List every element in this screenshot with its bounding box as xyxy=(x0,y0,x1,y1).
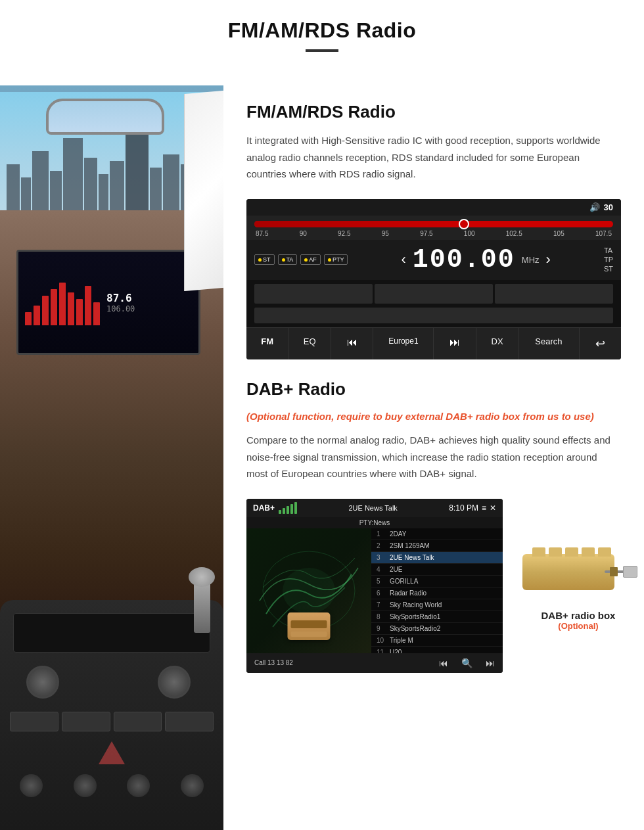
badge-pty[interactable]: PTY xyxy=(324,254,348,265)
screen-freq: 87.6 xyxy=(106,292,135,304)
channel-11[interactable]: 11U20 xyxy=(371,647,503,653)
dab-ui-screenshot: DAB+ 2UE News Talk 8:10 PM xyxy=(246,499,503,673)
badge-st[interactable]: ST xyxy=(254,254,275,265)
channel-8[interactable]: 8SkySportsRadio1 xyxy=(371,611,503,623)
channel-2[interactable]: 22SM 1269AM xyxy=(371,540,503,552)
screen-freq2: 106.00 xyxy=(106,304,135,313)
dab-label: DAB+ xyxy=(253,503,275,513)
dab-content-area: 12DAY 22SM 1269AM 32UE News Talk 42UE xyxy=(246,528,503,653)
page-header: FM/AM/RDS Radio xyxy=(0,0,644,64)
volume-icon: 🔊 xyxy=(589,202,600,212)
close-icon[interactable]: ✕ xyxy=(490,503,496,513)
btn-eq[interactable]: EQ xyxy=(288,328,331,359)
btn-search[interactable]: Search xyxy=(518,328,579,359)
btn-fm[interactable]: FM xyxy=(246,328,288,359)
channel-5[interactable]: 5GORILLA xyxy=(371,576,503,588)
dab-description: Compare to the normal analog radio, DAB+… xyxy=(246,432,621,482)
dab-time: 8:10 PM xyxy=(449,503,478,513)
radio-volume-bar: 🔊 30 xyxy=(246,199,621,216)
preset-row2 xyxy=(246,308,621,327)
dab-btn-next[interactable]: ⏭ xyxy=(486,658,495,668)
preset-2[interactable] xyxy=(375,284,493,304)
channel-3[interactable]: 32UE News Talk xyxy=(371,552,503,564)
dab-optional-text: (Optional function, require to buy exter… xyxy=(246,409,621,425)
svg-point-1 xyxy=(283,568,335,614)
dab-station-name: 2UE News Talk xyxy=(348,504,397,512)
channel-6[interactable]: 6Radar Radio xyxy=(371,588,503,599)
dab-radio-box-area: DAB+ radio box (Optional) xyxy=(516,528,641,644)
fm-section-title: FM/AM/RDS Radio xyxy=(246,102,621,122)
dab-call-info: Call 13 13 82 xyxy=(254,659,293,666)
dab-section: DAB+ Radio (Optional function, require t… xyxy=(246,379,621,673)
dab-box-visual xyxy=(522,541,634,600)
channel-1[interactable]: 12DAY xyxy=(371,528,503,540)
btn-dx[interactable]: DX xyxy=(476,328,518,359)
channel-7[interactable]: 7Sky Racing World xyxy=(371,599,503,611)
dab-box-label-container: DAB+ radio box (Optional) xyxy=(541,610,616,631)
dab-visual-area xyxy=(246,528,371,653)
channel-4[interactable]: 42UE xyxy=(371,564,503,576)
radio-right-controls: TA TP ST xyxy=(604,246,613,273)
btn-back[interactable]: ↩ xyxy=(580,328,621,359)
frequency-display: ‹ 100.00 MHz › xyxy=(353,245,599,275)
title-divider xyxy=(306,49,338,52)
dab-footer-controls: ⏮ 🔍 ⏭ xyxy=(439,658,495,668)
radio-controls-row: ST TA AF PTY ‹ 100.00 MHz › TA xyxy=(246,240,621,280)
channel-9[interactable]: 9SkySportsRadio2 xyxy=(371,623,503,635)
freq-labels: 87.5 90 92.5 95 97.5 100 102.5 105 107.5 xyxy=(254,230,613,237)
dab-box-optional: (Optional) xyxy=(541,621,616,631)
channel-10[interactable]: 10Triple M xyxy=(371,635,503,647)
badge-ta[interactable]: TA xyxy=(278,254,298,265)
dab-btn-prev[interactable]: ⏮ xyxy=(439,658,448,668)
preset-3[interactable] xyxy=(495,284,613,304)
freq-right-arrow[interactable]: › xyxy=(546,251,551,268)
signal-bars xyxy=(279,502,297,514)
preset-grid xyxy=(246,280,621,308)
preset-1[interactable] xyxy=(254,284,373,304)
radio-ui-container: 🔊 30 87.5 90 92.5 95 97.5 100 xyxy=(246,199,621,359)
dab-pty-row: PTY:News xyxy=(246,517,503,528)
btn-europe1[interactable]: Europe1 xyxy=(373,328,434,359)
radio-device-icon xyxy=(288,612,331,640)
radio-badges: ST TA AF PTY xyxy=(254,254,348,265)
volume-number: 30 xyxy=(604,202,613,212)
btn-prev[interactable]: ⏮ xyxy=(331,328,373,359)
menu-icon: ≡ xyxy=(482,503,486,513)
dab-channel-list: 12DAY 22SM 1269AM 32UE News Talk 42UE xyxy=(371,528,503,653)
freq-unit: MHz xyxy=(522,255,540,265)
badge-af[interactable]: AF xyxy=(300,254,321,265)
dab-header-bar: DAB+ 2UE News Talk 8:10 PM xyxy=(246,499,503,517)
fm-section-desc: It integrated with High-Sensitive radio … xyxy=(246,132,621,183)
dab-footer: Call 13 13 82 ⏮ 🔍 ⏭ xyxy=(246,653,503,673)
frequency-slider-area: 87.5 90 92.5 95 97.5 100 102.5 105 107.5 xyxy=(246,216,621,240)
radio-bottom-controls: FM EQ ⏮ Europe1 ⏭ DX Search ↩ xyxy=(246,327,621,359)
freq-left-arrow[interactable]: ‹ xyxy=(401,251,405,268)
dab-btn-search[interactable]: 🔍 xyxy=(461,658,472,668)
fm-section: FM/AM/RDS Radio It integrated with High-… xyxy=(246,102,621,359)
frequency-value: 100.00 xyxy=(413,245,515,275)
dab-section-title: DAB+ Radio xyxy=(246,379,621,400)
page-title: FM/AM/RDS Radio xyxy=(13,18,631,43)
btn-next[interactable]: ⏭ xyxy=(434,328,476,359)
right-content-panel: FM/AM/RDS Radio It integrated with High-… xyxy=(223,85,644,830)
dab-screenshots-row: DAB+ 2UE News Talk 8:10 PM xyxy=(246,499,621,673)
dab-box-label: DAB+ radio box xyxy=(541,610,616,621)
